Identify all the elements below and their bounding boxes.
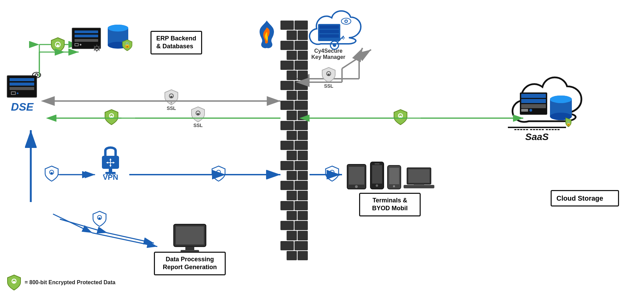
svg-rect-48: [51, 172, 53, 175]
svg-point-73: [333, 43, 336, 47]
svg-rect-99: [408, 169, 430, 183]
vpn-icon: [95, 140, 126, 175]
svg-rect-46: [399, 116, 402, 118]
svg-line-124: [107, 233, 154, 243]
erp-label-box: ERP Backend & Databases: [150, 31, 202, 54]
flame-icon: [253, 19, 280, 51]
svg-text:🔒: 🔒: [124, 42, 131, 48]
keymanager-label2: Key Manager: [311, 54, 345, 60]
saas-cloud-icon: 🔒: [489, 68, 585, 130]
legend-shield-icon: [7, 274, 21, 291]
phone-icon-2: [386, 164, 402, 190]
laptop-icon: [404, 166, 434, 190]
svg-point-93: [376, 185, 378, 187]
dse-label: DSE: [11, 101, 34, 113]
svg-line-76: [343, 37, 345, 38]
svg-point-28: [95, 46, 99, 50]
svg-rect-92: [372, 165, 382, 184]
svg-rect-107: [13, 281, 15, 284]
phone-icon: [369, 161, 385, 190]
cloud-storage-box: Cloud Storage: [551, 190, 619, 206]
svg-point-82: [529, 109, 532, 112]
svg-rect-78: [521, 94, 546, 98]
svg-rect-52: [331, 172, 333, 175]
saas-label: SaaS: [525, 131, 549, 142]
svg-rect-37: [170, 96, 172, 98]
ssl-badge-3: SSL: [321, 67, 336, 89]
vpn-label: VPN: [103, 173, 118, 182]
svg-text:🔒: 🔒: [566, 121, 571, 126]
svg-point-26: [36, 74, 38, 76]
svg-rect-94: [374, 163, 380, 164]
svg-text:e: e: [171, 101, 172, 104]
dse-server-node: DSE: [7, 75, 38, 113]
dataproc-label: Data Processing Report Generation: [154, 252, 226, 275]
svg-line-23: [92, 233, 157, 247]
svg-rect-81: [521, 109, 528, 112]
tablet-icon-1: [345, 163, 368, 190]
svg-rect-35: [57, 45, 59, 47]
shield-enc-icon-db: 🔒: [122, 39, 133, 51]
svg-rect-101: [414, 184, 424, 186]
ssl-badge-2: SSL: [191, 106, 205, 128]
computer-icon: [171, 223, 209, 253]
svg-rect-54: [98, 217, 101, 220]
ssl-badge-1: e SSL: [164, 89, 179, 111]
svg-line-75: [342, 38, 344, 39]
svg-rect-66: [319, 25, 339, 29]
svg-point-86: [550, 96, 572, 103]
eye-icon: [32, 72, 41, 78]
svg-point-27: [37, 74, 37, 75]
enc-icon-vpn-left: [44, 165, 59, 183]
svg-point-71: [345, 21, 347, 22]
svg-rect-89: [349, 167, 364, 185]
svg-rect-80: [521, 104, 546, 108]
svg-rect-68: [319, 34, 339, 38]
enc-icon-vpn-center: [211, 165, 226, 183]
keymanager-cloud-icon: [294, 7, 363, 51]
svg-point-90: [355, 185, 358, 188]
svg-rect-67: [319, 30, 339, 33]
enc-icon-mid-left: [104, 109, 119, 127]
svg-line-22: [53, 214, 92, 233]
svg-point-97: [393, 185, 395, 187]
svg-point-32: [108, 25, 128, 32]
legend: = 800-bit Encrypted Protected Data: [7, 274, 115, 291]
erp-server-group: 🔒: [72, 24, 130, 53]
diagram-container: DSE: [0, 0, 644, 301]
svg-rect-50: [218, 172, 220, 175]
enc-icon-dataproc: [92, 211, 107, 228]
gear-icon: [91, 43, 102, 54]
vpn-node: VPN: [95, 140, 126, 182]
keymanager-node: Cy4Secure Key Manager: [294, 7, 363, 60]
enc-icon-mid-right: [393, 109, 408, 127]
enc-icon-vpn-right: [325, 165, 339, 183]
svg-rect-44: [110, 116, 113, 118]
terminals-label: Terminals & BYOD Mobil: [359, 193, 421, 216]
dataproc-node: Data Processing Report Generation: [154, 223, 226, 275]
svg-rect-40: [197, 113, 199, 115]
legend-text: = 800-bit Encrypted Protected Data: [25, 279, 115, 286]
svg-rect-42: [328, 74, 330, 76]
svg-rect-96: [389, 168, 399, 184]
svg-rect-103: [176, 226, 204, 244]
keymanager-label1: Cy4Secure: [314, 48, 343, 54]
enc-icon-dse-top: [51, 37, 65, 55]
svg-rect-79: [521, 99, 546, 103]
saas-node: 🔒 SaaS: [489, 68, 585, 142]
terminals-node: Terminals & BYOD Mobil: [345, 161, 434, 216]
